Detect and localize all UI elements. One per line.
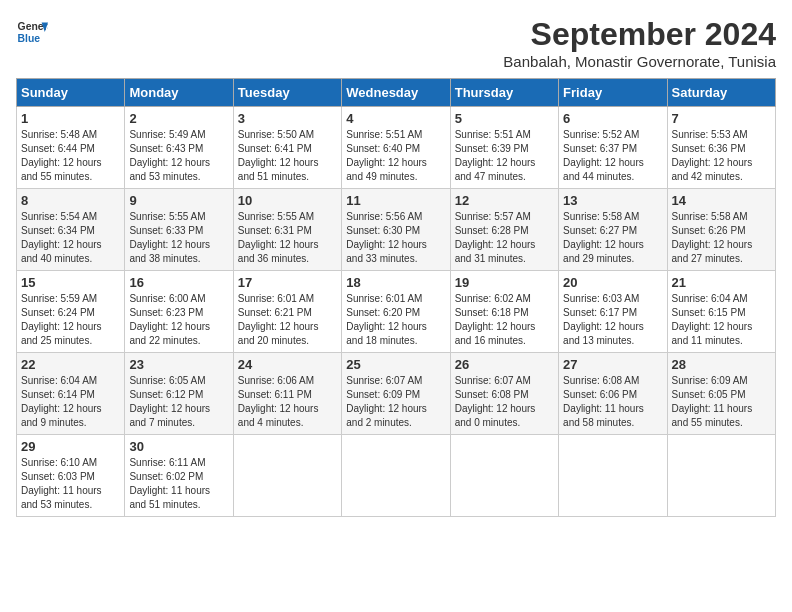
- logo-icon: General Blue: [16, 16, 48, 48]
- day-number: 16: [129, 275, 228, 290]
- calendar-cell: 24 Sunrise: 6:06 AM Sunset: 6:11 PM Dayl…: [233, 353, 341, 435]
- day-number: 29: [21, 439, 120, 454]
- calendar-header-row: SundayMondayTuesdayWednesdayThursdayFrid…: [17, 79, 776, 107]
- day-number: 11: [346, 193, 445, 208]
- calendar-cell: 25 Sunrise: 6:07 AM Sunset: 6:09 PM Dayl…: [342, 353, 450, 435]
- calendar-cell: 6 Sunrise: 5:52 AM Sunset: 6:37 PM Dayli…: [559, 107, 667, 189]
- day-number: 12: [455, 193, 554, 208]
- day-number: 14: [672, 193, 771, 208]
- calendar-cell: 5 Sunrise: 5:51 AM Sunset: 6:39 PM Dayli…: [450, 107, 558, 189]
- day-number: 8: [21, 193, 120, 208]
- day-number: 24: [238, 357, 337, 372]
- calendar-cell: 14 Sunrise: 5:58 AM Sunset: 6:26 PM Dayl…: [667, 189, 775, 271]
- day-detail: Sunrise: 5:57 AM Sunset: 6:28 PM Dayligh…: [455, 210, 554, 266]
- day-detail: Sunrise: 6:11 AM Sunset: 6:02 PM Dayligh…: [129, 456, 228, 512]
- day-number: 21: [672, 275, 771, 290]
- calendar-cell: 20 Sunrise: 6:03 AM Sunset: 6:17 PM Dayl…: [559, 271, 667, 353]
- calendar-cell: 13 Sunrise: 5:58 AM Sunset: 6:27 PM Dayl…: [559, 189, 667, 271]
- calendar-cell: 27 Sunrise: 6:08 AM Sunset: 6:06 PM Dayl…: [559, 353, 667, 435]
- calendar-cell: [342, 435, 450, 517]
- day-number: 17: [238, 275, 337, 290]
- day-detail: Sunrise: 5:54 AM Sunset: 6:34 PM Dayligh…: [21, 210, 120, 266]
- day-number: 1: [21, 111, 120, 126]
- day-detail: Sunrise: 6:07 AM Sunset: 6:08 PM Dayligh…: [455, 374, 554, 430]
- calendar-week-row: 8 Sunrise: 5:54 AM Sunset: 6:34 PM Dayli…: [17, 189, 776, 271]
- day-detail: Sunrise: 6:04 AM Sunset: 6:15 PM Dayligh…: [672, 292, 771, 348]
- day-number: 30: [129, 439, 228, 454]
- day-detail: Sunrise: 5:58 AM Sunset: 6:26 PM Dayligh…: [672, 210, 771, 266]
- calendar-cell: 28 Sunrise: 6:09 AM Sunset: 6:05 PM Dayl…: [667, 353, 775, 435]
- day-number: 25: [346, 357, 445, 372]
- day-number: 7: [672, 111, 771, 126]
- calendar-cell: 2 Sunrise: 5:49 AM Sunset: 6:43 PM Dayli…: [125, 107, 233, 189]
- day-number: 23: [129, 357, 228, 372]
- day-number: 10: [238, 193, 337, 208]
- calendar-cell: 18 Sunrise: 6:01 AM Sunset: 6:20 PM Dayl…: [342, 271, 450, 353]
- calendar-week-row: 1 Sunrise: 5:48 AM Sunset: 6:44 PM Dayli…: [17, 107, 776, 189]
- calendar-cell: 8 Sunrise: 5:54 AM Sunset: 6:34 PM Dayli…: [17, 189, 125, 271]
- calendar-cell: 9 Sunrise: 5:55 AM Sunset: 6:33 PM Dayli…: [125, 189, 233, 271]
- calendar-cell: 22 Sunrise: 6:04 AM Sunset: 6:14 PM Dayl…: [17, 353, 125, 435]
- calendar-cell: 30 Sunrise: 6:11 AM Sunset: 6:02 PM Dayl…: [125, 435, 233, 517]
- day-number: 5: [455, 111, 554, 126]
- location-title: Banbalah, Monastir Governorate, Tunisia: [503, 53, 776, 70]
- calendar-cell: 19 Sunrise: 6:02 AM Sunset: 6:18 PM Dayl…: [450, 271, 558, 353]
- month-title: September 2024: [503, 16, 776, 53]
- calendar-cell: 12 Sunrise: 5:57 AM Sunset: 6:28 PM Dayl…: [450, 189, 558, 271]
- calendar-cell: 11 Sunrise: 5:56 AM Sunset: 6:30 PM Dayl…: [342, 189, 450, 271]
- day-detail: Sunrise: 5:48 AM Sunset: 6:44 PM Dayligh…: [21, 128, 120, 184]
- day-detail: Sunrise: 5:58 AM Sunset: 6:27 PM Dayligh…: [563, 210, 662, 266]
- day-detail: Sunrise: 6:00 AM Sunset: 6:23 PM Dayligh…: [129, 292, 228, 348]
- day-header-friday: Friday: [559, 79, 667, 107]
- day-detail: Sunrise: 5:52 AM Sunset: 6:37 PM Dayligh…: [563, 128, 662, 184]
- day-number: 20: [563, 275, 662, 290]
- day-detail: Sunrise: 5:53 AM Sunset: 6:36 PM Dayligh…: [672, 128, 771, 184]
- day-detail: Sunrise: 5:56 AM Sunset: 6:30 PM Dayligh…: [346, 210, 445, 266]
- calendar-cell: 4 Sunrise: 5:51 AM Sunset: 6:40 PM Dayli…: [342, 107, 450, 189]
- calendar-cell: 26 Sunrise: 6:07 AM Sunset: 6:08 PM Dayl…: [450, 353, 558, 435]
- day-detail: Sunrise: 6:03 AM Sunset: 6:17 PM Dayligh…: [563, 292, 662, 348]
- day-number: 4: [346, 111, 445, 126]
- calendar-cell: 17 Sunrise: 6:01 AM Sunset: 6:21 PM Dayl…: [233, 271, 341, 353]
- day-header-wednesday: Wednesday: [342, 79, 450, 107]
- calendar-cell: 23 Sunrise: 6:05 AM Sunset: 6:12 PM Dayl…: [125, 353, 233, 435]
- calendar-week-row: 22 Sunrise: 6:04 AM Sunset: 6:14 PM Dayl…: [17, 353, 776, 435]
- day-detail: Sunrise: 6:01 AM Sunset: 6:20 PM Dayligh…: [346, 292, 445, 348]
- day-detail: Sunrise: 5:49 AM Sunset: 6:43 PM Dayligh…: [129, 128, 228, 184]
- calendar-cell: 21 Sunrise: 6:04 AM Sunset: 6:15 PM Dayl…: [667, 271, 775, 353]
- day-detail: Sunrise: 6:10 AM Sunset: 6:03 PM Dayligh…: [21, 456, 120, 512]
- day-detail: Sunrise: 6:05 AM Sunset: 6:12 PM Dayligh…: [129, 374, 228, 430]
- calendar-cell: 10 Sunrise: 5:55 AM Sunset: 6:31 PM Dayl…: [233, 189, 341, 271]
- day-number: 15: [21, 275, 120, 290]
- calendar-cell: 7 Sunrise: 5:53 AM Sunset: 6:36 PM Dayli…: [667, 107, 775, 189]
- page-header: General Blue September 2024 Banbalah, Mo…: [16, 16, 776, 70]
- day-detail: Sunrise: 6:04 AM Sunset: 6:14 PM Dayligh…: [21, 374, 120, 430]
- day-detail: Sunrise: 6:08 AM Sunset: 6:06 PM Dayligh…: [563, 374, 662, 430]
- day-number: 27: [563, 357, 662, 372]
- calendar-cell: 15 Sunrise: 5:59 AM Sunset: 6:24 PM Dayl…: [17, 271, 125, 353]
- calendar-cell: [667, 435, 775, 517]
- day-detail: Sunrise: 6:02 AM Sunset: 6:18 PM Dayligh…: [455, 292, 554, 348]
- day-header-monday: Monday: [125, 79, 233, 107]
- day-number: 26: [455, 357, 554, 372]
- day-detail: Sunrise: 5:51 AM Sunset: 6:40 PM Dayligh…: [346, 128, 445, 184]
- calendar-cell: 1 Sunrise: 5:48 AM Sunset: 6:44 PM Dayli…: [17, 107, 125, 189]
- day-number: 3: [238, 111, 337, 126]
- calendar-table: SundayMondayTuesdayWednesdayThursdayFrid…: [16, 78, 776, 517]
- day-number: 6: [563, 111, 662, 126]
- day-detail: Sunrise: 5:55 AM Sunset: 6:33 PM Dayligh…: [129, 210, 228, 266]
- day-detail: Sunrise: 6:06 AM Sunset: 6:11 PM Dayligh…: [238, 374, 337, 430]
- day-header-thursday: Thursday: [450, 79, 558, 107]
- svg-text:Blue: Blue: [18, 33, 41, 44]
- calendar-week-row: 15 Sunrise: 5:59 AM Sunset: 6:24 PM Dayl…: [17, 271, 776, 353]
- day-header-saturday: Saturday: [667, 79, 775, 107]
- day-number: 9: [129, 193, 228, 208]
- day-number: 13: [563, 193, 662, 208]
- day-detail: Sunrise: 5:55 AM Sunset: 6:31 PM Dayligh…: [238, 210, 337, 266]
- day-detail: Sunrise: 6:07 AM Sunset: 6:09 PM Dayligh…: [346, 374, 445, 430]
- day-detail: Sunrise: 5:59 AM Sunset: 6:24 PM Dayligh…: [21, 292, 120, 348]
- calendar-cell: [450, 435, 558, 517]
- day-number: 19: [455, 275, 554, 290]
- calendar-cell: 29 Sunrise: 6:10 AM Sunset: 6:03 PM Dayl…: [17, 435, 125, 517]
- calendar-cell: 3 Sunrise: 5:50 AM Sunset: 6:41 PM Dayli…: [233, 107, 341, 189]
